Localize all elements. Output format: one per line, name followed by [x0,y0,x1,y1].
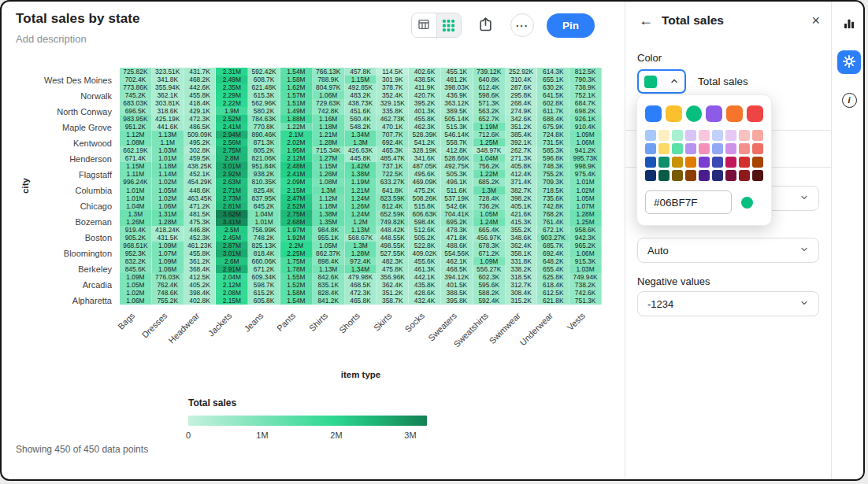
heatmap-cell[interactable]: 1.03M [569,265,602,273]
heatmap-cell[interactable]: 435.8K [409,281,441,289]
close-icon[interactable]: × [811,13,820,29]
settings-gear-button[interactable] [837,50,861,74]
heatmap-cell[interactable]: 495.2K [184,139,217,146]
heatmap-cell[interactable]: 742.8K [313,107,345,115]
heatmap-cell[interactable]: 671.4K [120,154,152,162]
heatmap-cell[interactable]: 1.01M [569,178,602,186]
heatmap-cell[interactable]: 1.19M [345,178,377,186]
heatmap-cell[interactable]: 1.9M [216,107,248,115]
heatmap-cell[interactable]: 485.47K [377,154,409,162]
heatmap-cell[interactable]: 1.97M [280,226,313,234]
heatmap-cell[interactable]: 595.6K [473,281,506,289]
heatmap-cell[interactable]: 1.02M [569,187,602,194]
heatmap-cell[interactable]: 749.94K [569,273,602,281]
heatmap-cell[interactable]: 481.5K [184,210,217,218]
heatmap-cell[interactable]: 611.7K [537,107,569,115]
palette-color-swatch[interactable] [658,170,670,181]
heatmap-cell[interactable]: 1.14M [152,170,184,178]
heatmap-cell[interactable]: 448.42K [377,226,409,234]
heatmap-cell[interactable]: 1.3M [345,242,377,249]
heatmap-cell[interactable]: 835.1K [313,281,345,289]
heatmap-cell[interactable]: 810.35K [248,178,280,186]
heatmap-cell[interactable]: 323.51K [152,68,184,76]
heatmap-cell[interactable]: 1.18M [313,202,345,210]
heatmap-cell[interactable]: 465.3K [377,146,409,154]
heatmap-cell[interactable]: 685.2K [473,178,506,186]
heatmap-cell[interactable]: 546.14K [441,131,473,139]
heatmap-cell[interactable]: 428.6K [409,289,441,297]
heatmap-cell[interactable]: 756.99K [248,226,280,234]
heatmap-cell[interactable]: 1.54M [280,297,313,305]
heatmap-cell[interactable]: 1.02M [152,178,184,186]
heatmap-cell[interactable]: 2.87M [216,242,248,249]
heatmap-cell[interactable]: 562.96K [248,99,280,107]
heatmap-cell[interactable]: 2.22M [216,99,248,107]
palette-color-swatch[interactable] [699,130,710,141]
heatmap-cell[interactable]: 748.2K [248,234,280,242]
heatmap-cell[interactable]: 398.2K [506,194,538,202]
heatmap-cell[interactable]: 1.06M [120,297,152,305]
heatmap-cell[interactable]: 2.02M [280,139,313,146]
heatmap-cell[interactable]: 812.5K [569,68,602,76]
heatmap-cell[interactable]: 1.08M [120,139,152,146]
heatmap-cell[interactable]: 712.6K [473,131,506,139]
heatmap-cell[interactable]: 303.81K [152,99,184,107]
heatmap-cell[interactable]: 1.95M [280,146,313,154]
heatmap-cell[interactable]: 1.58M [280,289,313,297]
heatmap-cell[interactable]: 768.2K [537,210,569,218]
heatmap-cell[interactable]: 609.34K [248,273,280,281]
heatmap-cell[interactable]: 429.1K [184,107,217,115]
heatmap-cell[interactable]: 455.8K [184,249,217,257]
heatmap-cell[interactable]: 2.91M [216,265,248,273]
heatmap-cell[interactable]: 462.3K [409,123,441,131]
heatmap-cell[interactable]: 382.7K [506,187,538,194]
heatmap-cell[interactable]: 472.3K [184,115,217,123]
palette-color-swatch[interactable] [725,130,736,141]
heatmap-cell[interactable]: 1.06M [152,202,184,210]
main-color-swatch[interactable] [706,105,722,122]
heatmap-cell[interactable]: 505.2K [409,234,441,242]
heatmap-cell[interactable]: 498.55K [377,242,409,249]
heatmap-cell[interactable]: 412.5K [184,273,217,281]
heatmap-cell[interactable]: 684.7K [569,99,602,107]
heatmap-cell[interactable]: 2.08M [216,289,248,297]
heatmap-cell[interactable]: 431.7K [184,68,217,76]
heatmap-cell[interactable]: 655.1K [537,76,569,83]
heatmap-cell[interactable]: 1.07M [152,249,184,257]
heatmap-cell[interactable]: 984.8K [313,226,345,234]
heatmap-cell[interactable]: 748.6K [152,289,184,297]
heatmap-cell[interactable]: 742.6K [569,289,602,297]
heatmap-cell[interactable]: 2.09M [280,178,313,186]
more-button[interactable]: ··· [510,13,534,37]
heatmap-cell[interactable]: 425.19K [152,115,184,123]
heatmap-cell[interactable]: 671.2K [473,249,506,257]
heatmap-cell[interactable]: 470.1K [377,123,409,131]
heatmap-cell[interactable]: 2.45M [216,234,248,242]
heatmap-cell[interactable]: 342.6K [506,115,538,123]
heatmap-cell[interactable]: 481.2K [441,76,473,83]
heatmap-cell[interactable]: 825.4K [248,187,280,194]
heatmap-cell[interactable]: 1.58M [280,76,313,83]
heatmap-cell[interactable]: 2.41M [280,170,313,178]
heatmap-cell[interactable]: 2.92M [216,170,248,178]
heatmap-cell[interactable]: 441.6K [152,123,184,131]
heatmap-cell[interactable]: 1.06M [569,139,602,146]
heatmap-cell[interactable]: 483.2K [345,91,377,99]
heatmap-cell[interactable]: 898.4K [313,257,345,265]
heatmap-cell[interactable]: 652.7K [473,115,506,123]
heatmap-cell[interactable]: 471.2K [184,202,217,210]
heatmap-cell[interactable]: 479.98K [345,273,377,281]
heatmap-cell[interactable]: 1.3M [345,139,377,146]
heatmap-cell[interactable]: 845.2K [248,202,280,210]
heatmap-cell[interactable]: 738.2K [569,281,602,289]
heatmap-cell[interactable]: 368.4K [184,265,217,273]
palette-color-swatch[interactable] [685,130,696,141]
heatmap-cell[interactable]: 456.97K [473,234,506,242]
heatmap-cell[interactable]: 515.8K [409,202,441,210]
main-color-swatch[interactable] [666,105,682,122]
heatmap-cell[interactable]: 1.51M [280,99,313,107]
heatmap-cell[interactable]: 641.5K [537,91,569,99]
heatmap-cell[interactable]: 472.3K [345,289,377,297]
heatmap-cell[interactable]: 762.4K [152,281,184,289]
heatmap-cell[interactable]: 328.19K [409,146,441,154]
